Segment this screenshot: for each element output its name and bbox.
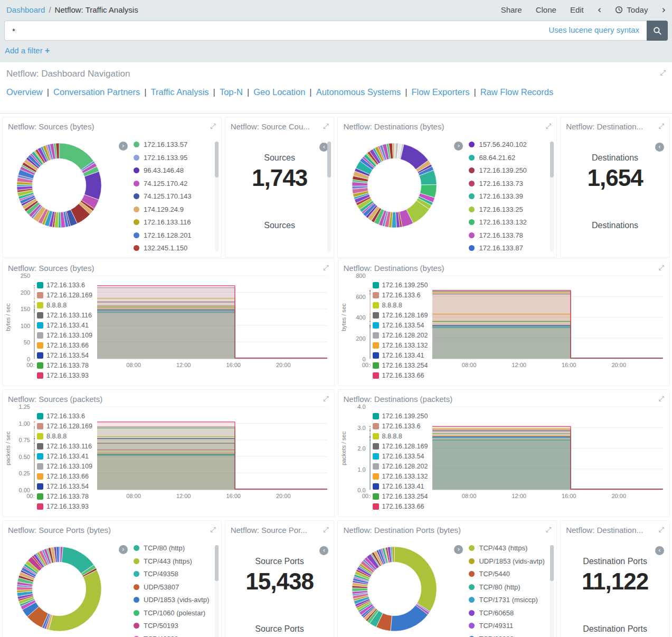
- scrollbar-thumb[interactable]: [550, 142, 554, 177]
- legend-item[interactable]: 172.16.133.254: [373, 360, 428, 370]
- legend-item[interactable]: 172.16.133.54: [37, 350, 92, 360]
- expand-panel-icon[interactable]: ⤢: [546, 526, 551, 534]
- legend-toggle-button[interactable]: ›: [454, 142, 463, 151]
- nav-link-traffic-analysis[interactable]: Traffic Analysis: [151, 87, 209, 97]
- legend-item[interactable]: 8.8.8.8: [37, 431, 92, 441]
- legend-item[interactable]: 172.16.133.132: [373, 471, 428, 481]
- lucene-syntax-link[interactable]: Uses lucene query syntax: [548, 25, 639, 34]
- legend-item[interactable]: TCP/49358: [134, 570, 209, 578]
- legend-item[interactable]: TCP/50193: [134, 622, 209, 630]
- legend-item[interactable]: 172.16.133.57: [134, 140, 191, 148]
- destinations-bytes-donut-chart[interactable]: [347, 138, 441, 232]
- expand-panel-icon[interactable]: ⤢: [323, 122, 328, 130]
- legend-item[interactable]: 174.129.24.9: [134, 205, 191, 213]
- legend-item[interactable]: TCP/80 (http): [469, 583, 544, 591]
- legend-item[interactable]: 172.16.128.201: [134, 231, 191, 239]
- breadcrumb-dashboard-link[interactable]: Dashboard: [6, 5, 45, 14]
- nav-link-conversation-partners[interactable]: Conversation Partners: [53, 87, 140, 97]
- legend-item[interactable]: TCP/60658: [469, 609, 544, 617]
- expand-panel-icon[interactable]: ⤢: [210, 122, 215, 130]
- nav-link-raw-flow-records[interactable]: Raw Flow Records: [480, 87, 553, 97]
- source-ports-donut-chart[interactable]: [12, 542, 106, 636]
- expand-panel-icon[interactable]: ⤢: [660, 69, 666, 77]
- legend-item[interactable]: 8.8.8.8: [373, 431, 428, 441]
- legend-item[interactable]: 172.16.133.41: [373, 481, 428, 491]
- legend-item[interactable]: 172.16.133.78: [37, 360, 92, 370]
- scrollbar-thumb[interactable]: [215, 142, 219, 177]
- expand-panel-icon[interactable]: ⤢: [323, 395, 328, 403]
- legend-item[interactable]: 172.16.133.25: [469, 205, 526, 213]
- legend-scrollbar[interactable]: [550, 545, 554, 637]
- expand-panel-icon[interactable]: ⤢: [659, 122, 664, 130]
- legend-scrollbar[interactable]: [215, 142, 219, 252]
- legend-item[interactable]: 8.8.8.8: [37, 300, 92, 310]
- legend-item[interactable]: 172.16.133.116: [37, 310, 92, 320]
- legend-item[interactable]: 74.125.170.42: [134, 180, 191, 188]
- legend-item[interactable]: 8.8.8.8: [373, 300, 428, 310]
- legend-item[interactable]: 172.16.133.41: [37, 451, 92, 461]
- legend-item[interactable]: 172.16.133.132: [373, 340, 428, 350]
- legend-toggle-button[interactable]: ‹: [319, 546, 328, 555]
- legend-item[interactable]: UDP/1853 (vids-avtp): [469, 557, 544, 565]
- legend-item[interactable]: 172.16.133.41: [373, 350, 428, 360]
- expand-panel-icon[interactable]: ⤢: [323, 264, 328, 272]
- scrollbar-thumb[interactable]: [550, 545, 554, 581]
- legend-item[interactable]: 172.16.133.6: [37, 411, 92, 421]
- legend-item[interactable]: TCP/443 (https): [134, 557, 209, 565]
- legend-item[interactable]: 172.16.133.41: [37, 320, 92, 330]
- legend-item[interactable]: 172.16.133.116: [37, 441, 92, 451]
- legend-item[interactable]: 172.16.133.109: [37, 461, 92, 471]
- legend-item[interactable]: 172.16.133.66: [37, 471, 92, 481]
- legend-item[interactable]: 172.16.139.250: [373, 411, 428, 421]
- legend-item[interactable]: TCP/1731 (msiccp): [469, 596, 544, 604]
- nav-link-geo-location[interactable]: Geo Location: [253, 87, 305, 97]
- legend-item[interactable]: 172.16.133.54: [373, 451, 428, 461]
- legend-item[interactable]: 172.16.133.93: [37, 501, 92, 511]
- time-forward-button[interactable]: ›: [661, 5, 666, 15]
- expand-panel-icon[interactable]: ⤢: [323, 526, 328, 534]
- scrollbar-thumb[interactable]: [215, 545, 219, 581]
- legend-item[interactable]: TCP/80 (http): [134, 544, 209, 552]
- search-button[interactable]: [647, 21, 668, 41]
- time-back-button[interactable]: ‹: [598, 5, 602, 15]
- legend-item[interactable]: 172.16.133.66: [373, 501, 428, 511]
- legend-item[interactable]: 172.16.133.116: [134, 218, 191, 226]
- legend-item[interactable]: UDP/1853 (vids-avtp): [134, 596, 209, 604]
- legend-item[interactable]: 172.16.133.87: [469, 244, 526, 252]
- destination-ports-donut-chart[interactable]: [347, 542, 441, 636]
- legend-item[interactable]: 172.16.128.169: [37, 421, 92, 431]
- legend-item[interactable]: 172.16.139.250: [469, 166, 526, 174]
- add-filter-link[interactable]: Add a filter +: [5, 46, 50, 55]
- legend-item[interactable]: TCP/5440: [469, 570, 544, 578]
- legend-item[interactable]: 172.16.139.250: [373, 280, 428, 290]
- nav-link-top-n[interactable]: Top-N: [220, 87, 243, 97]
- nav-link-overview[interactable]: Overview: [6, 87, 43, 97]
- legend-item[interactable]: 172.16.128.169: [37, 290, 92, 300]
- sources-bytes-donut-chart[interactable]: [12, 138, 106, 232]
- legend-item[interactable]: 172.16.133.78: [469, 231, 526, 239]
- legend-item[interactable]: 172.16.133.66: [37, 340, 92, 350]
- legend-item[interactable]: 172.16.133.93: [37, 370, 92, 380]
- legend-item[interactable]: 172.16.133.6: [373, 290, 428, 300]
- legend-item[interactable]: 96.43.146.48: [134, 166, 191, 174]
- legend-item[interactable]: 172.16.133.54: [373, 320, 428, 330]
- legend-item[interactable]: 74.125.170.143: [134, 192, 191, 200]
- expand-panel-icon[interactable]: ⤢: [659, 395, 664, 403]
- legend-item[interactable]: 172.16.133.132: [469, 218, 526, 226]
- clone-button[interactable]: Clone: [536, 5, 556, 14]
- legend-item[interactable]: 172.16.133.95: [134, 154, 191, 162]
- legend-item[interactable]: 172.16.133.54: [37, 481, 92, 491]
- expand-panel-icon[interactable]: ⤢: [210, 526, 215, 534]
- legend-item[interactable]: TCP/443 (https): [469, 544, 544, 552]
- time-picker-button[interactable]: Today: [615, 5, 648, 14]
- legend-item[interactable]: TCP/60283: [469, 635, 544, 637]
- legend-scrollbar[interactable]: [550, 142, 554, 252]
- expand-panel-icon[interactable]: ⤢: [659, 526, 664, 534]
- legend-item[interactable]: 172.16.133.73: [469, 180, 526, 188]
- legend-item[interactable]: 172.16.128.202: [373, 461, 428, 471]
- legend-item[interactable]: 172.16.133.254: [373, 491, 428, 501]
- legend-item[interactable]: 172.16.133.109: [37, 330, 92, 340]
- legend-item[interactable]: 132.245.1.150: [134, 244, 191, 252]
- share-button[interactable]: Share: [501, 5, 522, 14]
- legend-item[interactable]: 172.16.133.78: [37, 491, 92, 501]
